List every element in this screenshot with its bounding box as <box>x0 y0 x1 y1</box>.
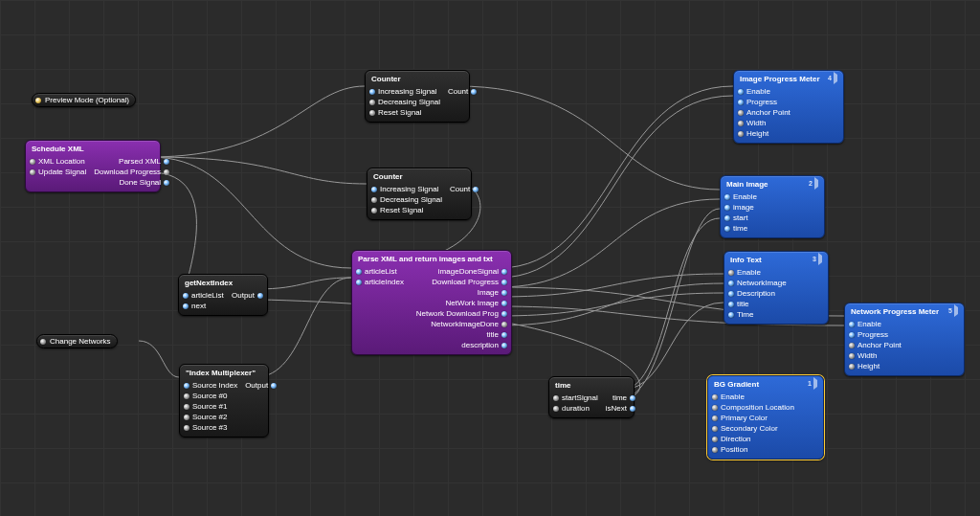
node-parse-xml[interactable]: Parse XML and return images and txt arti… <box>351 250 512 355</box>
node-bg-gradient[interactable]: BG Gradient1 Enable Composition Location… <box>707 375 824 460</box>
arrow-icon <box>814 177 818 190</box>
pill-change-networks[interactable]: Change Networks <box>36 334 118 348</box>
node-get-next-index[interactable]: getNextIndex articleList next Output <box>178 274 268 316</box>
node-time[interactable]: time startSignal duration time isNext <box>548 376 635 418</box>
node-title: Parse XML and return images and txt <box>358 255 493 263</box>
port-icon <box>40 339 46 345</box>
node-title: Schedule XML <box>32 145 84 153</box>
node-title: getNextIndex <box>185 279 233 287</box>
port-icon <box>35 98 41 103</box>
node-main-image[interactable]: Main Image2 Enable image start time <box>720 175 825 238</box>
output-ports: Parsed XML Download Progress Done Signal <box>94 156 169 188</box>
node-index-multiplexer[interactable]: "Index Multiplexer" Source Index Source … <box>179 364 269 437</box>
input-ports: XML Location Update Signal <box>30 156 86 188</box>
node-title: Network Progress Meter <box>851 307 939 316</box>
node-title: "Index Multiplexer" <box>186 369 256 377</box>
node-schedule-xml[interactable]: Schedule XML XML Location Update Signal … <box>25 140 161 192</box>
node-counter-2[interactable]: Counter Increasing Signal Decreasing Sig… <box>367 168 472 220</box>
node-network-progress-meter[interactable]: Network Progress Meter5 Enable Progress … <box>844 303 965 376</box>
node-title: Counter <box>371 75 401 83</box>
pill-label: Change Networks <box>50 337 111 346</box>
pill-label: Preview Mode (Optional) <box>45 96 129 104</box>
node-title: BG Gradient <box>714 380 759 389</box>
node-title: Image Progress Meter <box>740 75 820 83</box>
node-title: Main Image <box>726 180 768 189</box>
node-title: time <box>555 381 570 390</box>
node-title: Counter <box>373 172 403 181</box>
arrow-icon <box>813 377 817 390</box>
pill-preview-mode[interactable]: Preview Mode (Optional) <box>32 93 136 107</box>
node-counter-1[interactable]: Counter Increasing Signal Decreasing Sig… <box>365 70 470 123</box>
arrow-icon <box>834 72 837 84</box>
arrow-icon <box>954 304 958 317</box>
arrow-icon <box>818 253 822 265</box>
node-title: Info Text <box>730 256 762 264</box>
node-image-progress-meter[interactable]: Image Progress Meter4 Enable Progress An… <box>733 70 844 144</box>
node-info-text[interactable]: Info Text3 Enable NetworkImage Descripti… <box>724 251 829 325</box>
